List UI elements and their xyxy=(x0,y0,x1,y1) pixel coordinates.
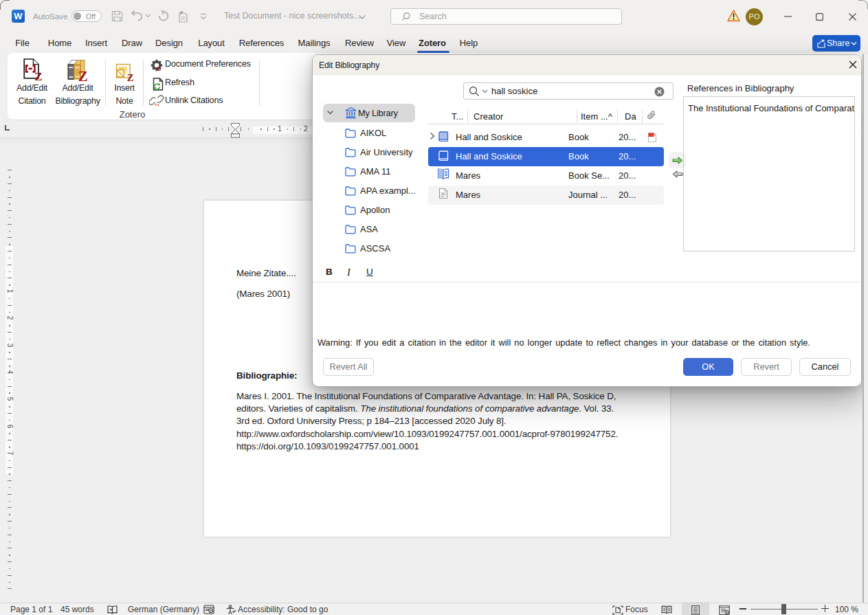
svg-text:Z: Z xyxy=(34,70,42,81)
svg-text:Z: Z xyxy=(78,68,88,82)
svg-text:Z: Z xyxy=(127,72,134,82)
